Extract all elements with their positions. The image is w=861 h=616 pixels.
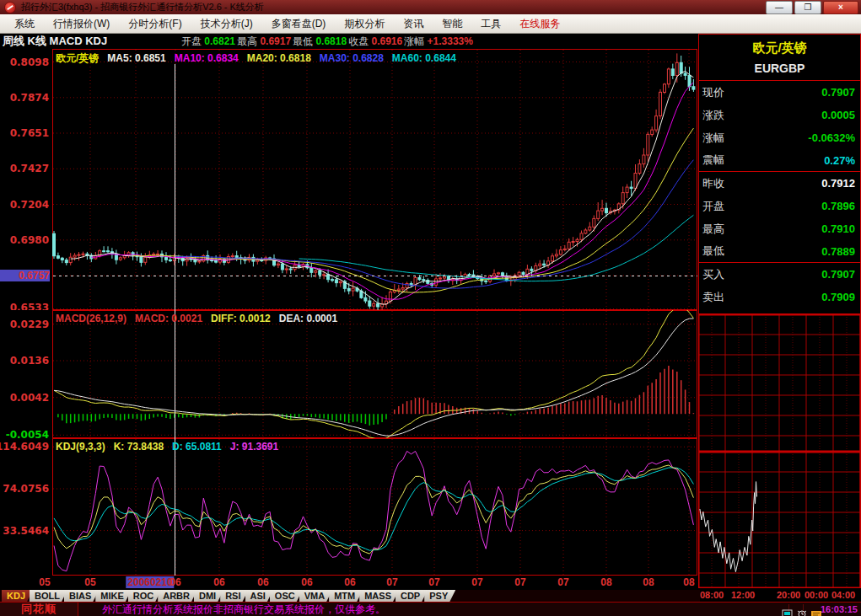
x-axis-label: 06 [257,576,268,588]
quote-symbol-code: EURGBP [699,62,860,81]
legend-item: MA10: 0.6834 [175,52,239,64]
menu-item-4[interactable]: 技术分析(J) [191,14,262,33]
quote-row: 震幅0.27% [699,149,860,172]
legend-item: KDJ(9,3,3) [56,441,105,453]
crosshair-horizontal [53,276,697,276]
legend-item: MACD(26,12,9) [56,313,126,324]
svg-text:0.7651: 0.7651 [10,127,49,139]
svg-text:74.0756: 74.0756 [3,483,49,495]
quote-row: 最低0.7889 [699,240,860,263]
svg-text:0.6980: 0.6980 [10,234,49,246]
intraday-tick-chart[interactable] [698,452,861,588]
x-axis-label: 05 [84,576,95,588]
macd-chart[interactable]: 0.02290.01360.0042-0.0054 [0,310,698,438]
tab-mike[interactable]: MIKE [95,590,132,602]
ma-legend: 欧元/英镑MA5: 0.6851MA10: 0.6834MA20: 0.6818… [56,51,465,66]
x-axis: 05052006021006060606060707070707080808 [0,576,698,591]
menu-item-2[interactable]: 行情报价(W) [44,14,119,33]
candlestick-chart[interactable]: 0.80980.78740.76510.74270.72040.69800.67… [0,49,698,310]
x-axis-label: 08 [643,576,654,588]
menu-item-3[interactable]: 分时分析(F) [119,14,191,33]
x-axis-label: 07 [557,576,568,588]
svg-text:0.7874: 0.7874 [10,92,49,104]
legend-item: K: 73.8438 [114,441,164,453]
quote-row: 现价0.7907 [699,81,860,104]
app-logo-icon [4,2,16,13]
svg-text:0.7204: 0.7204 [10,199,49,211]
quote-row: 最高0.7910 [699,217,860,240]
title-bar: 招行外汇3(fxhq3) - 招商银行外汇通行情分析V2.6 - K线分析 —❐… [0,0,861,14]
menu-item-9[interactable]: 工具 [471,14,510,33]
time-label: 20:00 [777,590,800,600]
ohlc-summary: 开盘 0.6821最高 0.6917最低 0.6818收盘 0.6916涨幅 +… [181,35,475,49]
minimize-button[interactable]: — [766,1,793,14]
menu-item-10[interactable]: 在线服务 [510,14,569,33]
tab-arbr[interactable]: ARBR [158,590,197,602]
quote-symbol-name: 欧元/英镑 [699,40,860,56]
tab-roc[interactable]: ROC [128,590,161,602]
disclaimer-text: 外汇通行情分析系统报价非招商银行交易系统报价，仅供参考。 [102,603,782,616]
time-label: 00:00 [804,590,828,600]
legend-item: J: 91.3691 [230,441,278,453]
brand-logo[interactable]: 同花顺 [0,603,78,616]
svg-text:0.8098: 0.8098 [10,56,49,68]
x-axis-label: 08 [600,576,611,588]
info-field: 收盘 0.6916 [348,35,402,49]
svg-text:0.7427: 0.7427 [10,163,49,174]
x-axis-label: 20060210 [126,576,174,588]
menu-item-1[interactable]: 系统 [5,14,44,33]
svg-text:-0.0054: -0.0054 [6,429,49,438]
legend-item: DIFF: 0.0012 [211,313,271,324]
quote-row: 涨跌0.0005 [699,104,860,126]
kdj-legend: KDJ(9,3,3)K: 73.8438D: 65.0811J: 91.3691 [56,441,287,453]
x-axis-label: 05 [39,576,50,588]
x-axis-label: 06 [301,576,312,588]
legend-item: MA60: 0.6844 [392,52,456,64]
tab-rsi[interactable]: RSI [220,590,248,602]
svg-text:0.0229: 0.0229 [10,319,49,330]
tab-kdj[interactable]: KDJ [2,590,33,602]
tab-vma[interactable]: VMA [299,590,332,602]
tab-asi[interactable]: ASI [245,590,273,602]
x-axis-label: 08 [683,576,694,588]
tab-bias[interactable]: BIAS [64,590,99,602]
grid-panel [698,314,861,452]
info-field: 开盘 0.6821 [181,35,235,49]
tab-osc[interactable]: OSC [270,590,303,602]
info-field: 最低 0.6818 [293,35,347,49]
tab-mtm[interactable]: MTM [329,590,363,602]
tab-dmi[interactable]: DMI [194,590,223,602]
quote-rows: 现价0.7907涨跌0.0005涨幅-0.0632%震幅0.27%昨收0.791… [699,81,860,308]
info-field: 涨幅 +1.3333% [404,35,473,49]
menu-item-8[interactable]: 智能 [433,14,471,33]
x-axis-label: 07 [428,576,439,588]
svg-text:0.6533: 0.6533 [10,302,49,310]
x-axis-label: 06 [170,576,180,588]
tab-cdp[interactable]: CDP [396,590,428,602]
menu-item-6[interactable]: 期权分析 [335,14,394,33]
status-bar: 同花顺 外汇通行情分析系统报价非招商银行交易系统报价，仅供参考。 16:03:1… [0,602,861,616]
crosshair-price-tag: 0.6757 [0,270,50,281]
macd-legend: MACD(26,12,9)MACD: 0.0021DIFF: 0.0012DEA… [56,313,346,324]
menu-bar: 系统行情报价(W)分时分析(F)技术分析(J)多窗看盘(D)期权分析资讯智能工具… [0,14,861,34]
svg-text:114.6049: 114.6049 [0,441,49,453]
menu-item-7[interactable]: 资讯 [394,14,433,33]
legend-item: MACD: 0.0021 [135,313,202,324]
restore-button[interactable]: ❐ [794,1,821,14]
kdj-chart[interactable]: 114.604974.075633.5464 [0,438,698,576]
tab-psy[interactable]: PSY [424,590,455,602]
status-clock: 16:03:15 [821,604,858,614]
svg-text:0.0136: 0.0136 [10,355,49,367]
time-label: 08:00 [700,590,724,600]
legend-item: D: 65.0811 [172,441,222,453]
quote-row: 买入0.7907 [699,263,860,286]
x-axis-label: 07 [514,576,525,588]
indicator-tab-bar: KDJBOLLBIASMIKEROCARBRDMIRSIASIOSCVMAMTM… [0,590,700,602]
tab-boll[interactable]: BOLL [30,590,67,602]
tab-mass[interactable]: MASS [359,590,399,602]
close-button[interactable]: × [823,1,858,14]
quote-panel: 欧元/英镑 EURGBP 现价0.7907涨跌0.0005涨幅-0.0632%震… [698,34,861,314]
legend-item: DEA: 0.0001 [279,313,337,324]
quote-row: 昨收0.7912 [699,172,860,195]
menu-item-5[interactable]: 多窗看盘(D) [262,14,336,33]
